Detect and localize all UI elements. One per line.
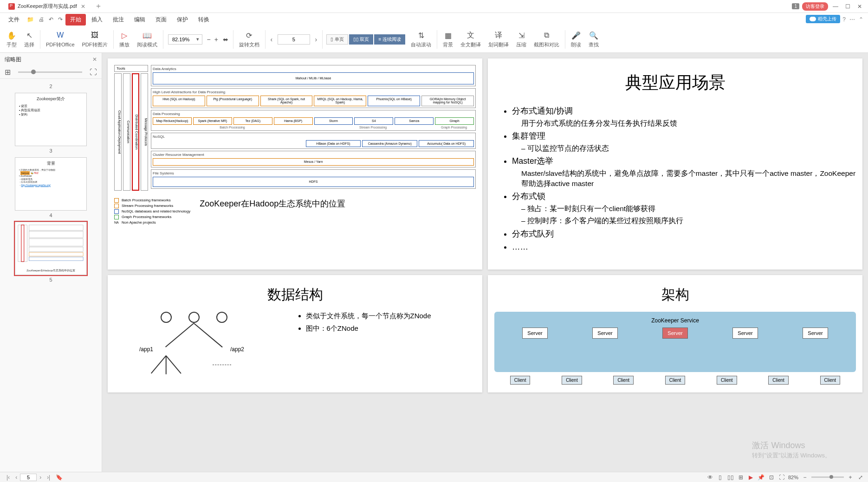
tool-pdf-to-office[interactable]: WPDF转Office bbox=[42, 29, 78, 49]
menu-page[interactable]: 页面 bbox=[151, 14, 171, 26]
menu-edit[interactable]: 编辑 bbox=[130, 14, 150, 26]
tool-hand[interactable]: ✋手型 bbox=[3, 29, 20, 49]
menu-help-icon[interactable]: ? bbox=[842, 16, 846, 23]
tool-play[interactable]: ▷播放 bbox=[116, 29, 133, 49]
svg-rect-0 bbox=[18, 225, 27, 262]
view-continuous[interactable]: ≡ 连续阅读 bbox=[374, 34, 405, 45]
status-eye-icon[interactable]: 👁 bbox=[706, 474, 714, 481]
tool-read-aloud[interactable]: 🎤朗读 bbox=[567, 29, 585, 49]
page-prev-icon[interactable]: ‹ bbox=[267, 36, 276, 43]
diagram-legend: Batch Processing frameworks Stream Proce… bbox=[114, 197, 190, 225]
thumbnail-panel: 缩略图 ✕ ⊞ ⛶ 2 Zookeeper简介 • 背景• 典型应用场景• 架构… bbox=[0, 53, 102, 472]
status-layout1-icon[interactable]: ▯ bbox=[717, 474, 724, 481]
tool-select[interactable]: ↖选择 bbox=[20, 29, 38, 49]
fit-width-icon[interactable]: ⬌ bbox=[220, 36, 231, 43]
titlebar-right: 1 访客登录 — ☐ ✕ bbox=[792, 2, 868, 11]
mic-icon: 🎤 bbox=[571, 30, 581, 40]
thumbnail-page-3[interactable]: 背景 • 开源的大数据系统，类似于动物园 hadoop 🐝 TEZ• ZooKe… bbox=[15, 157, 87, 211]
status-zoom-out-icon[interactable]: − bbox=[801, 474, 809, 481]
tool-crop-compare[interactable]: ⧉截图和对比 bbox=[530, 29, 563, 49]
znode-tree-diagram: /app1 /app2 bbox=[114, 312, 288, 386]
svg-rect-2 bbox=[29, 225, 83, 231]
zoom-in-icon[interactable]: + bbox=[213, 36, 220, 43]
tool-rotate[interactable]: ⟳旋转文档 bbox=[235, 29, 263, 49]
page-next-icon[interactable]: › bbox=[312, 36, 320, 43]
architecture-diagram: ZooKeeper Service Server Server Server S… bbox=[494, 312, 856, 372]
status-expand-icon[interactable]: ⤢ bbox=[857, 474, 864, 481]
page-prev-icon[interactable]: ‹ bbox=[13, 474, 20, 481]
menu-annotate[interactable]: 批注 bbox=[108, 14, 129, 26]
book-icon: 📖 bbox=[142, 30, 152, 40]
window-maximize-icon[interactable]: ☐ bbox=[843, 3, 852, 10]
menu-convert[interactable]: 转换 bbox=[194, 14, 214, 26]
new-tab-button[interactable]: ＋ bbox=[95, 1, 102, 11]
tool-pdf-to-image[interactable]: 🖼PDF转图片 bbox=[78, 29, 111, 49]
cloud-upload-tag[interactable]: 稻壳上传 bbox=[806, 15, 840, 23]
tool-auto-scroll[interactable]: ⇅自动滚动 bbox=[407, 29, 435, 49]
menu-more-icon[interactable]: ⋯ bbox=[849, 16, 855, 23]
slide-title: 架构 bbox=[494, 285, 856, 304]
pdf-page-7: 数据结构 /app1 /app2 bbox=[108, 275, 482, 392]
zoom-dropdown-icon[interactable]: ▾ bbox=[194, 36, 202, 42]
menu-start[interactable]: 开始 bbox=[65, 14, 86, 26]
status-play-icon[interactable]: ▶ bbox=[747, 474, 755, 481]
status-zoom-slider[interactable] bbox=[811, 476, 844, 478]
status-grid-icon[interactable]: ⊡ bbox=[768, 474, 775, 481]
status-layout3-icon[interactable]: ⊞ bbox=[737, 474, 745, 481]
thumbnail-close-icon[interactable]: ✕ bbox=[92, 56, 97, 63]
image-icon: 🖼 bbox=[90, 30, 100, 40]
menu-insert[interactable]: 插入 bbox=[87, 14, 107, 26]
status-layout2-icon[interactable]: ▯▯ bbox=[727, 474, 734, 481]
main-area: 缩略图 ✕ ⊞ ⛶ 2 Zookeeper简介 • 背景• 典型应用场景• 架构… bbox=[0, 53, 868, 472]
zoom-input[interactable] bbox=[168, 37, 194, 42]
zoom-out-icon[interactable]: − bbox=[205, 36, 213, 43]
tab-title: ZooKeeper原理与实战.pdf bbox=[18, 3, 77, 10]
view-single-page[interactable]: ▯ 单页 bbox=[326, 34, 348, 45]
print-icon[interactable]: 🖨 bbox=[39, 16, 44, 23]
tool-background[interactable]: ▦背景 bbox=[439, 29, 457, 49]
svg-rect-7 bbox=[29, 257, 83, 261]
page-last-icon[interactable]: ›| bbox=[44, 474, 53, 481]
undo-icon[interactable]: ↶ bbox=[49, 16, 53, 23]
status-bookmark-icon[interactable]: 🔖 bbox=[53, 474, 65, 481]
window-minimize-icon[interactable]: — bbox=[831, 3, 840, 10]
thumbnail-grid-icon[interactable]: ⊞ bbox=[5, 68, 11, 77]
page-next-icon[interactable]: › bbox=[37, 474, 44, 481]
menu-file[interactable]: 文件 bbox=[4, 14, 24, 26]
menu-collapse-icon[interactable]: ⌃ bbox=[859, 16, 863, 23]
thumbnail-page-2[interactable]: Zookeeper简介 • 背景• 典型应用场景• 架构 bbox=[15, 93, 87, 146]
tool-find[interactable]: 🔍查找 bbox=[585, 29, 602, 49]
document-viewport[interactable]: Tools Cloud Application Deployment Commu… bbox=[102, 53, 868, 472]
pdf-page-8: 架构 ZooKeeper Service Server Server Serve… bbox=[488, 275, 862, 392]
tool-full-translate[interactable]: 文全文翻译 bbox=[457, 29, 485, 49]
open-icon[interactable]: 📁 bbox=[27, 16, 34, 23]
status-zoom-in-icon[interactable]: + bbox=[847, 474, 854, 481]
page-first-icon[interactable]: |‹ bbox=[4, 474, 13, 481]
play-icon: ▷ bbox=[119, 30, 130, 40]
guest-login-button[interactable]: 访客登录 bbox=[802, 2, 828, 11]
svg-rect-5 bbox=[29, 247, 83, 251]
tab-close-icon[interactable]: ✕ bbox=[81, 3, 85, 10]
page-navigation: ‹ › bbox=[267, 34, 320, 45]
thumbnail-size-slider[interactable] bbox=[18, 71, 82, 73]
thumbnail-list[interactable]: 2 Zookeeper简介 • 背景• 典型应用场景• 架构 3 背景 • 开源… bbox=[0, 79, 102, 472]
thumbnail-expand-icon[interactable]: ⛶ bbox=[90, 68, 97, 77]
menu-protect[interactable]: 保护 bbox=[172, 14, 193, 26]
status-page-input[interactable] bbox=[20, 474, 37, 481]
view-double-page[interactable]: ▯▯ 双页 bbox=[349, 34, 374, 45]
tool-read-mode[interactable]: 📖阅读模式 bbox=[133, 29, 161, 49]
thumbnail-page-4[interactable]: ZooKeeper在Hadoop生态系统中的位置 bbox=[15, 222, 87, 275]
window-close-icon[interactable]: ✕ bbox=[855, 3, 864, 10]
status-pin-icon[interactable]: 📌 bbox=[758, 474, 765, 481]
redo-icon[interactable]: ↷ bbox=[58, 16, 63, 23]
search-icon: 🔍 bbox=[589, 30, 599, 40]
pdf-icon bbox=[8, 3, 15, 10]
status-fullscreen-icon[interactable]: ⛶ bbox=[778, 474, 785, 481]
svg-rect-3 bbox=[29, 231, 83, 238]
document-tab[interactable]: ZooKeeper原理与实战.pdf ✕ bbox=[4, 1, 90, 12]
tool-word-translate[interactable]: 译划词翻译 bbox=[485, 29, 512, 49]
badge-count[interactable]: 1 bbox=[792, 3, 799, 9]
tool-compress[interactable]: ⇲压缩 bbox=[512, 29, 530, 49]
page-number-input[interactable] bbox=[278, 34, 310, 45]
cursor-icon: ↖ bbox=[24, 30, 34, 40]
